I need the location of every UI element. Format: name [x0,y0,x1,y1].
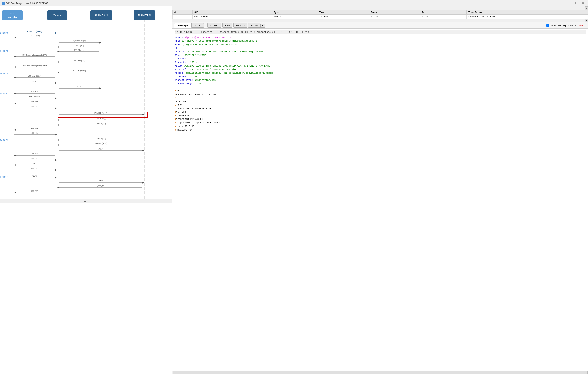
svg-text:180 Ringing: 180 Ringing [74,59,85,62]
svg-text:200 OK (SDP): 200 OK (SDP) [94,142,107,145]
svg-marker-75 [57,124,59,126]
svg-text:100 Trying: 100 Trying [96,117,105,120]
svg-marker-81 [55,134,57,135]
message-line-5: CSeq: 490261372 INVITE [175,53,586,57]
col-time: Time [317,10,369,15]
svg-marker-32 [57,51,59,52]
close-button[interactable]: ✕ [580,1,586,6]
next-button[interactable]: Next >> [233,23,247,28]
svg-text:14:18:49: 14:18:49 [0,50,8,52]
sip-table: # SID Type Time From To Term Reason 1 cc… [172,10,588,19]
export-group: Export ▼ [248,23,265,28]
svg-marker-44 [57,71,59,73]
svg-marker-84 [57,139,59,141]
right-content-area: 14:18:48.992 ---- Incoming SIP Message f… [172,29,588,371]
svg-marker-90 [142,149,144,151]
toolbar: Message CDR << Prev Find Next >> Export … [172,22,588,29]
message-line-8: Allow: ACK,BYE,CANCEL,INFO,INVITE,OPTION… [175,64,586,68]
show-calls-only-label[interactable]: Show calls only [546,24,567,27]
col-to: To [420,10,466,15]
scroll-down-arrow[interactable]: ▼ [585,19,588,22]
svg-marker-38 [57,61,59,63]
find-button[interactable]: Find [222,23,232,28]
svg-text:200 OK: 200 OK [97,185,105,187]
main-content: SIP Provider Device 52.114.75.24 52.114.… [0,6,588,374]
tab-message[interactable]: Message [174,23,191,28]
svg-marker-102 [55,169,57,171]
svg-marker-69 [142,114,144,115]
svg-text:200 OK: 200 OK [31,105,38,108]
message-line-2: From: ;tag=SD35fle01-2016467820-16137407… [175,43,586,47]
svg-text:BYE: BYE [32,175,37,177]
col-type: Type [272,10,317,15]
prev-button[interactable]: << Prev [208,23,221,28]
svg-marker-93 [14,155,16,156]
message-line-13: Content-Length: 228 [175,82,586,85]
show-calls-only-checkbox[interactable] [546,24,549,27]
svg-rect-116 [0,199,172,203]
svg-text:NOTIFY: NOTIFY [31,127,39,129]
svg-marker-62 [14,102,16,104]
tab-cdr[interactable]: CDR [191,23,204,28]
svg-text:ACK: ACK [77,85,82,88]
flow-svg: SIP Provider Device 52.114.75.24 52.114.… [0,9,172,207]
minimize-button[interactable]: — [566,1,572,6]
title-bar: SIP Flow Diagram - cc9e33:85:3377162 — ☐… [0,0,588,6]
svg-text:183 Session Progress (SDP): 183 Session Progress (SDP) [22,64,47,67]
svg-text:NOTIFY: NOTIFY [31,153,39,155]
svg-text:INVITE (SDP): INVITE (SDP) [27,30,42,33]
message-line-14 [175,85,586,89]
svg-marker-114 [14,192,16,194]
table-row[interactable]: 1 cc9e33:85:33... INVITE 14:18:48 +31 @.… [173,15,588,19]
message-line-4: Call-ID: SD35fle01-5413286c9661609b63f82… [175,50,586,54]
table-header-row: # SID Type Time From To Term Reason [173,10,588,15]
svg-text:100 Trying: 100 Trying [74,44,84,47]
title-bar-controls: — ☐ ✕ [566,1,586,6]
message-line-7: Supported: 100rel [175,61,586,64]
export-button[interactable]: Export [248,23,261,27]
svg-text:14:18:50: 14:18:50 [0,73,8,75]
col-num: # [173,10,193,15]
scroll-up-arrow[interactable]: ▲ [585,6,588,10]
svg-text:200 OK: 200 OK [31,132,38,134]
message-line-22: a=sendrecv [175,114,586,118]
svg-marker-47 [14,77,16,78]
svg-text:INVITE (SDP): INVITE (SDP) [73,40,86,42]
bottom-scrollbar[interactable] [172,371,588,374]
svg-marker-29 [57,46,59,48]
message-line-3: To: [175,46,586,50]
svg-marker-78 [14,129,16,131]
message-line-0: INVITE sip:+3 @10.254.254.1:5060 SIP/2.0 [175,36,586,39]
message-line-18: c=IN IP4 [175,100,586,104]
svg-text:200 OK: 200 OK [31,157,38,160]
maximize-button[interactable]: ☐ [573,1,579,6]
col-term-reason: Term Reason [467,10,588,15]
message-line-24: a=rtpmap:96 telephone-event/8000 [175,121,586,125]
svg-text:180 Ringing: 180 Ringing [95,137,106,140]
col-sid: SID [192,10,272,15]
svg-marker-20 [55,32,57,34]
col-from: From [369,10,420,15]
export-dropdown-arrow[interactable]: ▼ [261,24,265,27]
svg-text:100 Trying: 100 Trying [31,34,40,37]
svg-text:Provider: Provider [7,16,17,19]
svg-text:INVITE (SDP): INVITE (SDP) [94,112,107,114]
scroll-track[interactable] [173,371,588,374]
svg-marker-99 [14,164,16,166]
svg-text:Device: Device [53,14,61,17]
svg-marker-111 [57,187,59,188]
message-line-23: a=rtpmap:8 PCMA/8000 [175,117,586,121]
message-line-6: Contact: [175,57,586,61]
table-area: # SID Type Time From To Term Reason 1 cc… [172,10,588,19]
toolbar-right: Show calls only Calls: 1 Other: 0 [546,24,586,27]
message-line-1: Via: SIP/2.0/U 4:5060;branch=z9hG4bKlq5v… [175,39,586,43]
flow-panel: SIP Provider Device 52.114.75.24 52.114.… [0,6,172,374]
window-title: SIP Flow Diagram - cc9e33:85:3377162 [6,2,48,5]
svg-marker-23 [14,36,16,38]
svg-marker-105 [55,177,57,179]
message-area[interactable]: 14:18:48.992 ---- Incoming SIP Message f… [172,29,588,371]
svg-marker-41 [14,66,16,68]
toolbar-separator [206,23,206,27]
svg-text:180 Ringing: 180 Ringing [95,122,106,125]
svg-text:52.114.75.24: 52.114.75.24 [94,14,108,17]
